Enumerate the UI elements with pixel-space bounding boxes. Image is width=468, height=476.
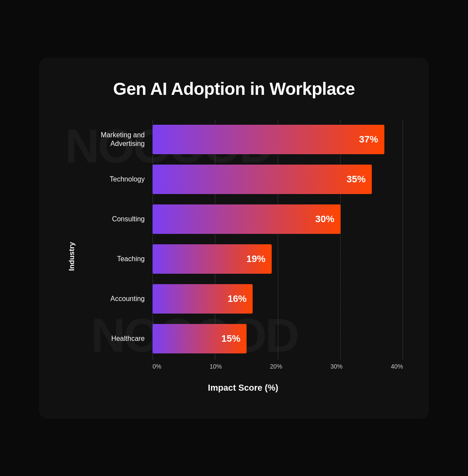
bar-row: Teaching19% [83,240,403,278]
bar-value: 30% [315,214,334,225]
bar-value: 19% [247,253,266,265]
bar-label: Marketing andAdvertising [83,131,153,148]
x-axis-labels: 0%10%20%30%40% [153,363,403,370]
chart-body: Marketing andAdvertising37%Technology35%… [83,120,403,393]
bar-track: 16% [153,284,403,314]
x-axis-tick: 40% [391,363,403,370]
x-axis-title: Impact Score (%) [83,383,403,393]
x-axis-tick: 20% [270,363,282,370]
bar-row: Healthcare15% [83,320,403,358]
chart-title: Gen AI Adoption in Workplace [65,79,403,99]
bar-row: Accounting16% [83,280,403,318]
bar-label: Consulting [83,215,153,223]
bar-fill: 16% [153,284,253,314]
bars-container: Marketing andAdvertising37%Technology35%… [83,120,403,359]
x-axis-tick: 0% [153,363,161,370]
bar-fill: 15% [153,324,247,353]
x-axis-tick: 10% [210,363,222,370]
bar-fill: 37% [153,125,384,154]
bar-label: Accounting [83,295,153,303]
bar-value: 35% [347,174,366,185]
bar-track: 35% [153,165,403,194]
chart-area: Industry Marketing andAdvertising37%Tech… [65,120,403,393]
bar-value: 37% [359,134,378,145]
bars-and-grid: Marketing andAdvertising37%Technology35%… [83,120,403,359]
bar-label: Technology [83,175,153,184]
bar-track: 15% [153,324,403,353]
bar-fill: 35% [153,165,372,194]
bar-track: 37% [153,125,403,154]
x-axis-spacer [83,363,153,370]
bar-value: 15% [221,333,240,344]
bar-row: Technology35% [83,160,403,198]
y-axis-label: Industry [68,242,76,271]
bar-label: Teaching [83,255,153,263]
bar-track: 30% [153,204,403,234]
bar-fill: 30% [153,204,341,234]
y-axis-label-container: Industry [65,120,79,393]
bar-track: 19% [153,244,403,274]
bar-label: Healthcare [83,334,153,343]
bar-row: Marketing andAdvertising37% [83,120,403,159]
bar-row: Consulting30% [83,200,403,238]
bar-fill: 19% [153,244,272,274]
x-axis: 0%10%20%30%40% [83,363,403,370]
bar-value: 16% [228,293,247,304]
x-axis-tick: 30% [331,363,343,370]
chart-card: NOGOOD NOGOOD Gen AI Adoption in Workpla… [39,58,429,419]
